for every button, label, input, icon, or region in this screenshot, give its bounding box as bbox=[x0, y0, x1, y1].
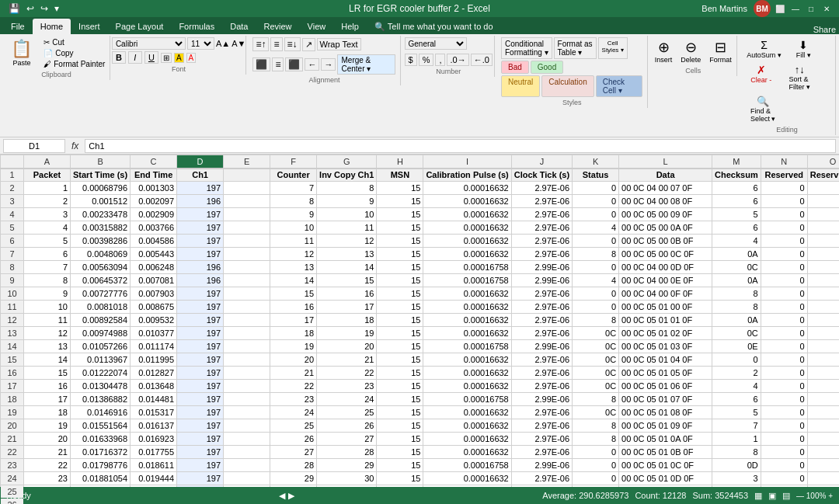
cell-r14c13[interactable]: 0E bbox=[712, 340, 761, 353]
cell-r14c2[interactable]: 0.01057266 bbox=[71, 340, 131, 353]
cell-r2c10[interactable]: 2.97E-06 bbox=[511, 182, 572, 195]
cell-r12c13[interactable]: 0A bbox=[712, 314, 761, 327]
header-end-time[interactable]: End Time bbox=[131, 169, 177, 182]
col-header-o[interactable]: O bbox=[807, 155, 839, 169]
cell-r10c10[interactable]: 2.97E-06 bbox=[511, 287, 572, 301]
header-e[interactable] bbox=[224, 169, 270, 182]
cell-r14c6[interactable]: 19 bbox=[270, 340, 317, 353]
cell-r21c3[interactable]: 0.016923 bbox=[131, 433, 177, 446]
cell-r23c9[interactable]: 0.00016758 bbox=[423, 459, 511, 472]
cell-r21c5[interactable] bbox=[224, 433, 270, 446]
cell-r16c5[interactable] bbox=[224, 367, 270, 380]
cell-r20c8[interactable]: 15 bbox=[377, 419, 423, 433]
cell-r14c11[interactable]: 0C bbox=[573, 340, 619, 353]
cell-r13c10[interactable]: 2.97E-06 bbox=[511, 327, 572, 340]
cell-r9c7[interactable]: 15 bbox=[317, 274, 377, 287]
cell-r24c14[interactable]: 0 bbox=[761, 472, 807, 485]
cell-r8c9[interactable]: 0.00016758 bbox=[423, 261, 511, 274]
cell-r15c9[interactable]: 0.00016632 bbox=[423, 353, 511, 367]
cell-r9c14[interactable]: 0 bbox=[761, 274, 807, 287]
align-left-btn[interactable]: ⬛ bbox=[252, 57, 270, 71]
cell-r10c14[interactable]: 0 bbox=[761, 287, 807, 301]
cell-r9c8[interactable]: 15 bbox=[377, 274, 423, 287]
percent-btn[interactable]: % bbox=[419, 54, 434, 66]
cell-r2c4[interactable]: 197 bbox=[177, 182, 224, 195]
cell-r18c2[interactable]: 0.01386882 bbox=[71, 393, 131, 406]
cell-r14c8[interactable]: 15 bbox=[377, 340, 423, 353]
cell-r22c12[interactable]: 00 0C 05 01 0B 0F bbox=[619, 446, 712, 459]
align-right-btn[interactable]: ⬛ bbox=[285, 57, 303, 71]
cell-r15c1[interactable]: 14 bbox=[24, 353, 71, 367]
cell-r6c8[interactable]: 15 bbox=[377, 235, 423, 248]
cell-r20c6[interactable]: 25 bbox=[270, 419, 317, 433]
cell-r14c10[interactable]: 2.99E-06 bbox=[511, 340, 572, 353]
cell-r2c13[interactable]: 6 bbox=[712, 182, 761, 195]
cell-r8c15[interactable]: 0 bbox=[807, 261, 839, 274]
cell-r2c8[interactable]: 15 bbox=[377, 182, 423, 195]
cell-r22c7[interactable]: 28 bbox=[317, 446, 377, 459]
cell-r23c13[interactable]: 0D bbox=[712, 459, 761, 472]
cell-r9c11[interactable]: 4 bbox=[573, 274, 619, 287]
header-checksum[interactable]: Checksum bbox=[712, 169, 761, 182]
cell-r8c1[interactable]: 7 bbox=[24, 261, 71, 274]
close-btn[interactable]: ✕ bbox=[820, 2, 833, 15]
cell-r7c11[interactable]: 8 bbox=[573, 248, 619, 261]
col-header-n[interactable]: N bbox=[761, 155, 807, 169]
cell-r24c9[interactable]: 0.00016632 bbox=[423, 472, 511, 485]
cell-r11c9[interactable]: 0.00016632 bbox=[423, 301, 511, 314]
cell-r4c7[interactable]: 10 bbox=[317, 208, 377, 221]
cell-r12c7[interactable]: 18 bbox=[317, 314, 377, 327]
cell-r8c6[interactable]: 13 bbox=[270, 261, 317, 274]
cell-r4c8[interactable]: 15 bbox=[377, 208, 423, 221]
comma-btn[interactable]: , bbox=[435, 54, 445, 66]
cell-r17c8[interactable]: 15 bbox=[377, 380, 423, 393]
cell-r19c4[interactable]: 197 bbox=[177, 406, 224, 419]
cell-r21c2[interactable]: 0.01633968 bbox=[71, 433, 131, 446]
style-neutral-cell[interactable]: Neutral bbox=[501, 75, 540, 97]
col-header-c[interactable]: C bbox=[131, 155, 177, 169]
cell-r12c1[interactable]: 11 bbox=[24, 314, 71, 327]
cell-r15c14[interactable]: 0 bbox=[761, 353, 807, 367]
header-status[interactable]: Status bbox=[573, 169, 619, 182]
cell-r3c2[interactable]: 0.001512 bbox=[71, 195, 131, 208]
cell-r2c1[interactable]: 1 bbox=[24, 182, 71, 195]
paste-btn[interactable]: 📋 Paste bbox=[4, 37, 39, 69]
cell-r7c6[interactable]: 12 bbox=[270, 248, 317, 261]
cell-r24c15[interactable]: 0 bbox=[807, 472, 839, 485]
header-start-time[interactable]: Start Time (s) bbox=[71, 169, 131, 182]
cell-r2c5[interactable] bbox=[224, 182, 270, 195]
cell-r7c2[interactable]: 0.0048069 bbox=[71, 248, 131, 261]
cell-r13c11[interactable]: 0C bbox=[573, 327, 619, 340]
cell-r4c6[interactable]: 9 bbox=[270, 208, 317, 221]
cell-r6c12[interactable]: 00 0C 05 00 0B 0F bbox=[619, 235, 712, 248]
cell-r12c9[interactable]: 0.00016632 bbox=[423, 314, 511, 327]
header-clock-tick[interactable]: Clock Tick (s) bbox=[511, 169, 572, 182]
cell-r23c2[interactable]: 0.01798776 bbox=[71, 459, 131, 472]
style-bad-cell[interactable]: Bad bbox=[501, 61, 529, 74]
cell-r4c13[interactable]: 5 bbox=[712, 208, 761, 221]
cell-r6c3[interactable]: 0.004586 bbox=[131, 235, 177, 248]
cell-r22c14[interactable]: 0 bbox=[761, 446, 807, 459]
header-inv-copy[interactable]: Inv Copy Ch1 bbox=[317, 169, 377, 182]
cell-r11c3[interactable]: 0.008675 bbox=[131, 301, 177, 314]
cell-r8c8[interactable]: 15 bbox=[377, 261, 423, 274]
cell-r15c4[interactable]: 197 bbox=[177, 353, 224, 367]
scroll-right-btn[interactable]: ▶ bbox=[288, 491, 294, 501]
cell-r5c7[interactable]: 11 bbox=[317, 221, 377, 235]
cell-r17c12[interactable]: 00 0C 05 01 06 0F bbox=[619, 380, 712, 393]
cell-r2c15[interactable]: 0 bbox=[807, 182, 839, 195]
tab-insert[interactable]: Insert bbox=[71, 19, 108, 34]
cell-r20c15[interactable]: 0 bbox=[807, 419, 839, 433]
cell-r24c13[interactable]: 3 bbox=[712, 472, 761, 485]
cell-r6c11[interactable]: 0 bbox=[573, 235, 619, 248]
cell-r9c9[interactable]: 0.00016758 bbox=[423, 274, 511, 287]
cell-r21c7[interactable]: 27 bbox=[317, 433, 377, 446]
cell-r12c11[interactable]: 8 bbox=[573, 314, 619, 327]
cell-r14c1[interactable]: 13 bbox=[24, 340, 71, 353]
bold-btn[interactable]: B bbox=[112, 51, 126, 64]
cell-r4c10[interactable]: 2.97E-06 bbox=[511, 208, 572, 221]
cell-r6c7[interactable]: 12 bbox=[317, 235, 377, 248]
cell-r22c1[interactable]: 21 bbox=[24, 446, 71, 459]
cell-r7c10[interactable]: 2.97E-06 bbox=[511, 248, 572, 261]
cell-r10c15[interactable]: 0 bbox=[807, 287, 839, 301]
